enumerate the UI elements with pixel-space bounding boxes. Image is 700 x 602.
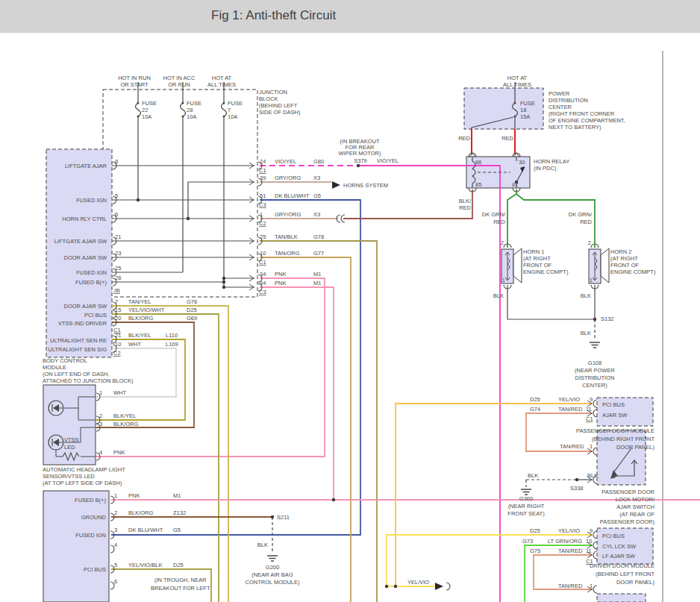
tan-yel-wire bbox=[112, 306, 228, 602]
label-gry-org: GRY/ORG bbox=[275, 175, 301, 181]
label-1: 1 bbox=[260, 211, 263, 218]
label-pci-bus: PCI BUS bbox=[84, 566, 106, 573]
label-lt-grn-org: LT GRN/ORG bbox=[548, 538, 582, 545]
label-hot-at: HOT AT bbox=[212, 75, 232, 81]
pdc-box bbox=[464, 88, 543, 129]
fuse-18-icon bbox=[514, 102, 516, 104]
label-power: POWER bbox=[549, 90, 570, 97]
label-of-engine-compartment: OF ENGINE COMPARTMENT, bbox=[549, 117, 625, 124]
label-2: 2 bbox=[99, 413, 102, 419]
label-horn-relay: HORN RELAY bbox=[534, 158, 569, 165]
label-26: 26 bbox=[115, 275, 121, 281]
label-3: 3 bbox=[99, 421, 102, 427]
label-dk-blu-wht: DK BLU/WHT bbox=[128, 527, 163, 533]
label-tan-red: TAN/RED bbox=[558, 548, 583, 554]
label-10: 10 bbox=[260, 250, 266, 257]
driver-switch-box bbox=[597, 594, 646, 602]
label-vtss-ind-driver: VTSS IND DRIVER bbox=[58, 320, 107, 327]
label-g80: G80 bbox=[313, 158, 324, 165]
label-door-panel: DOOR PANEL) bbox=[616, 579, 655, 586]
bottom-module-box bbox=[43, 491, 109, 602]
label-breakout-for-left: BREAKOUT FOR LEFT bbox=[151, 585, 210, 592]
wiring-diagram: HOT IN RUNOR STARTHOT IN ACCOR RUNHOT AT… bbox=[0, 33, 700, 602]
label-near-air-bag: (NEAR AIR BAG bbox=[251, 571, 293, 578]
label-dk-blu-wht: DK BLU/WHT bbox=[275, 192, 310, 199]
label-23: 23 bbox=[115, 250, 121, 257]
connector-pin-arc bbox=[593, 531, 597, 539]
fuse-7-icon bbox=[223, 116, 225, 118]
label-junction: JUNCTION bbox=[259, 89, 287, 95]
label-21: 21 bbox=[115, 233, 121, 240]
label-blk: BLK bbox=[528, 472, 538, 479]
label-2: 2 bbox=[501, 239, 504, 246]
label-11: 11 bbox=[586, 406, 592, 413]
dk-grn-red-horn1 bbox=[507, 189, 516, 248]
junction-dot bbox=[271, 515, 274, 518]
label-d25: D25 bbox=[187, 307, 197, 313]
label-g75: G75 bbox=[530, 548, 540, 554]
label-tan-red: TAN/RED bbox=[560, 443, 584, 450]
label-near-right: (NEAR RIGHT bbox=[508, 503, 545, 509]
label-pnk: PNK bbox=[275, 280, 286, 286]
label-g5: G5 bbox=[173, 527, 181, 533]
label-g108: G108 bbox=[588, 360, 601, 366]
ground-icon bbox=[521, 489, 531, 495]
label-center: CENTER) bbox=[582, 382, 607, 389]
label-next-to-battery: NEXT TO BATTERY) bbox=[549, 124, 601, 131]
label-block: BLOCK bbox=[259, 95, 278, 102]
label-body-control: BODY CONTROL bbox=[43, 357, 87, 364]
label-ajar-switch: AJAR SWITCH bbox=[616, 504, 654, 510]
label-85: 85 bbox=[475, 181, 481, 188]
label-c3: C3 bbox=[259, 201, 266, 208]
label-blk-yel: BLK/YEL bbox=[113, 413, 136, 419]
label-at-top-left-side-of-dash: (AT TOP LEFT SIDE OF DASH) bbox=[43, 480, 122, 486]
label-m1: M1 bbox=[173, 492, 181, 499]
label-g300: G300 bbox=[519, 495, 533, 502]
label-horn-rly-ctrl: HORN RLY CTRL bbox=[62, 216, 107, 222]
ground-icon bbox=[590, 342, 600, 348]
label-s132: S132 bbox=[601, 316, 614, 322]
fuse-28-icon bbox=[182, 102, 184, 104]
ground-icon bbox=[267, 556, 278, 561]
label-tan-red: TAN/RED bbox=[558, 583, 583, 589]
label-lock-motor: LOCK MOTOR/ bbox=[616, 496, 655, 503]
label-blk: BLK/ bbox=[459, 198, 472, 204]
junction-dot bbox=[332, 498, 335, 501]
label-red: RED bbox=[458, 135, 470, 142]
label-cyl-lck-sw: CYL LCK SW bbox=[602, 543, 637, 550]
label-s338: S338 bbox=[570, 485, 584, 492]
label-fused-ign: FUSED IGN bbox=[76, 269, 107, 276]
label-7: 7 bbox=[228, 107, 231, 113]
label-c1: C1 bbox=[259, 259, 266, 266]
label-30: 30 bbox=[519, 159, 525, 166]
label-25: 25 bbox=[115, 265, 121, 272]
label-fuse: FUSE bbox=[142, 100, 157, 107]
junction-dot bbox=[385, 585, 388, 588]
label-1: 1 bbox=[502, 277, 505, 283]
label-2: 2 bbox=[613, 473, 616, 480]
label-engine-compt: ENGINE COMPT) bbox=[523, 269, 569, 275]
label-ultralight-sen-sig: ULTRALIGHT SEN SIG bbox=[49, 346, 107, 353]
label-1: 1 bbox=[590, 583, 593, 589]
label-15: 15 bbox=[115, 307, 121, 313]
label-m1: M1 bbox=[313, 280, 321, 286]
tan-blk-wire bbox=[260, 241, 377, 602]
junction-dot bbox=[222, 280, 225, 283]
label-front-seat: FRONT SEAT) bbox=[507, 510, 545, 517]
label-gry-org: GRY/ORG bbox=[275, 211, 301, 218]
label-d25: D25 bbox=[530, 527, 540, 534]
label-86: 86 bbox=[475, 159, 481, 166]
blk-red-wire bbox=[343, 189, 472, 219]
label-s379: S379 bbox=[354, 157, 367, 164]
label-d25: D25 bbox=[530, 396, 540, 403]
label-horn-2: HORN 2 bbox=[610, 248, 631, 255]
label-10: 10 bbox=[115, 341, 121, 348]
label-ultralight-sen-re: ULTRALIGHT SEN RE bbox=[50, 337, 107, 344]
label-yel-vio: YEL/VIO bbox=[558, 527, 580, 534]
label-pnk: PNK bbox=[275, 271, 286, 278]
fuse-7-icon bbox=[222, 103, 227, 116]
label-front-of: FRONT OF bbox=[610, 262, 640, 269]
label-on-left-end-of-dash: (ON LEFT END OF DASH, bbox=[43, 371, 109, 377]
label-g74: G74 bbox=[530, 406, 540, 413]
label-g69: G69 bbox=[187, 315, 197, 322]
